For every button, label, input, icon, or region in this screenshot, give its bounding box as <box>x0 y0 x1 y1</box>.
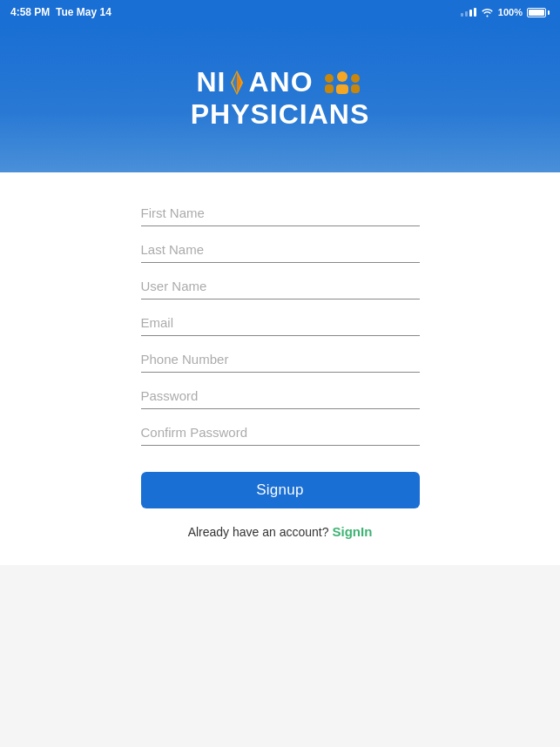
svg-rect-8 <box>336 84 348 94</box>
svg-rect-10 <box>351 84 360 93</box>
status-time: 4:58 PM Tue May 14 <box>10 6 111 18</box>
confirm-password-input[interactable] <box>141 418 420 446</box>
status-bar: 4:58 PM Tue May 14 100% <box>0 0 560 24</box>
phone-field <box>141 345 420 373</box>
logo-diamond-icon <box>227 69 246 97</box>
email-field <box>141 308 420 336</box>
signin-row: Already have an account? SignIn <box>141 524 420 539</box>
people-icon <box>320 70 364 96</box>
logo-ni: NI <box>196 66 226 98</box>
svg-point-5 <box>325 74 334 83</box>
already-account-text: Already have an account? <box>188 525 329 539</box>
username-input[interactable] <box>141 272 420 299</box>
logo-physicians: PHYSICIANS <box>191 98 370 131</box>
email-input[interactable] <box>141 308 420 336</box>
signin-link[interactable]: SignIn <box>333 524 373 539</box>
username-field <box>141 272 420 299</box>
battery-percent: 100% <box>498 7 523 17</box>
signup-button[interactable]: Signup <box>141 472 420 508</box>
status-indicators: 100% <box>461 7 550 17</box>
last-name-input[interactable] <box>141 235 420 263</box>
phone-input[interactable] <box>141 345 420 373</box>
first-name-input[interactable] <box>141 199 420 226</box>
first-name-field <box>141 199 420 226</box>
signup-form: Signup Already have an account? SignIn <box>141 199 420 539</box>
svg-rect-6 <box>325 84 334 93</box>
logo-ano: ANO <box>248 66 313 98</box>
signal-icon <box>461 8 476 17</box>
logo: NI ANO <box>191 66 370 131</box>
last-name-field <box>141 235 420 263</box>
password-input[interactable] <box>141 381 420 409</box>
logo-line1: NI ANO <box>196 66 363 98</box>
battery-icon <box>527 8 550 17</box>
app-header: NI ANO <box>0 24 560 172</box>
wifi-icon <box>481 8 494 17</box>
svg-point-9 <box>351 74 360 83</box>
password-field <box>141 381 420 409</box>
confirm-password-field <box>141 418 420 446</box>
main-content: Signup Already have an account? SignIn <box>0 172 560 565</box>
svg-point-7 <box>337 71 347 82</box>
